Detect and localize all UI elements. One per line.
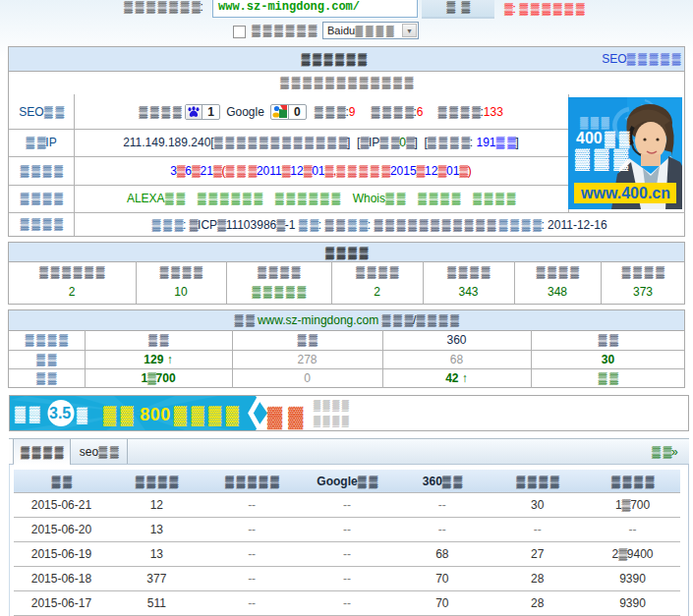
svg-text:▓▓: ▓▓ (15, 405, 43, 423)
svg-text:▒▒▒▒: ▒▒▒▒ (314, 400, 351, 412)
svg-text:400: 400 (576, 130, 603, 146)
svg-text:▒▒▒▒: ▒▒▒▒ (314, 416, 351, 427)
svg-text:▓▓: ▓▓ (267, 405, 310, 430)
svg-text:3.5: 3.5 (49, 405, 71, 421)
svg-text:▓▓800▓▓▓▓: ▓▓800▓▓▓▓ (103, 405, 243, 426)
svg-text:▓▓: ▓▓ (605, 130, 633, 148)
svg-text:▓: ▓ (77, 406, 91, 424)
svg-text:▓▓▓: ▓▓▓ (580, 116, 611, 130)
svg-text:▓▓▓: ▓▓▓ (575, 147, 633, 171)
svg-text:www.400.cn: www.400.cn (580, 185, 670, 201)
